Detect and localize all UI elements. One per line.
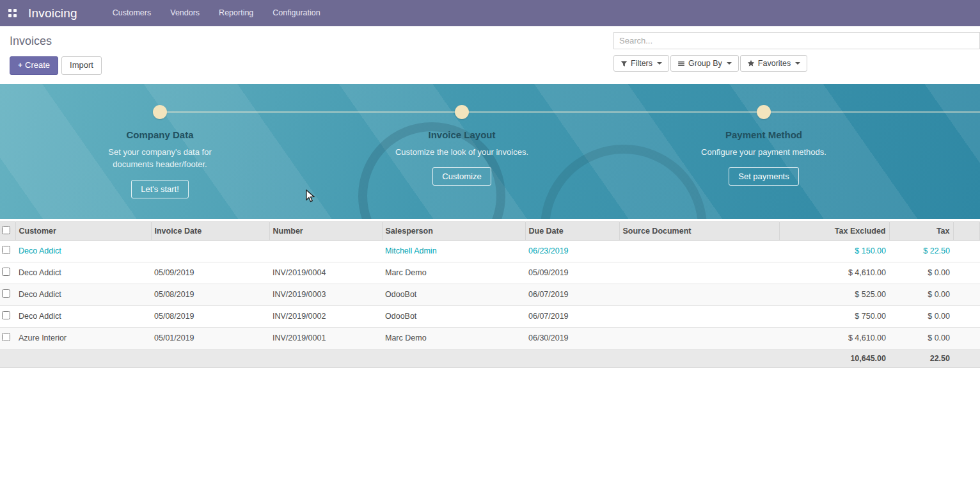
navbar-menu: Customers Vendors Reporting Configuratio… [103, 0, 330, 26]
onboarding-step-invoice-layout: Invoice Layout Customize the look of you… [353, 105, 571, 186]
step-description: Set your company's data for documents he… [90, 146, 230, 171]
row-checkbox[interactable] [2, 289, 10, 298]
cell-source-document [619, 284, 779, 305]
step-dot-icon [455, 105, 469, 119]
cell-tax: $ 22.50 [889, 240, 953, 262]
table-totals-row: 10,645.00 22.50 [0, 349, 980, 367]
cell-customer: Deco Addict [15, 240, 151, 262]
search-input[interactable] [613, 32, 980, 49]
total-tax: 22.50 [889, 349, 953, 367]
star-icon [747, 60, 755, 67]
step-description: Configure your payment methods. [701, 146, 826, 159]
column-header-tax-excluded[interactable]: Tax Excluded [779, 221, 889, 240]
cell-tax-excluded: $ 750.00 [779, 305, 889, 327]
column-header-source-document[interactable]: Source Document [619, 221, 779, 240]
total-tax-excluded: 10,645.00 [779, 349, 889, 367]
cell-due-date: 06/07/2019 [525, 305, 619, 327]
table-row[interactable]: Deco Addict 05/08/2019 INV/2019/0002 Odo… [0, 305, 980, 327]
cell-tax-excluded: $ 4,610.00 [779, 262, 889, 284]
column-header-salesperson[interactable]: Salesperson [382, 221, 525, 240]
select-all-checkbox[interactable] [2, 226, 10, 234]
page-title: Invoices [10, 32, 102, 48]
column-header-customer[interactable]: Customer [15, 221, 151, 240]
apps-grid-icon [8, 9, 17, 17]
column-header-tax[interactable]: Tax [889, 221, 953, 240]
column-header-filler [953, 221, 980, 240]
menu-vendors[interactable]: Vendors [161, 0, 209, 26]
favorites-dropdown[interactable]: Favorites [740, 55, 807, 72]
chevron-down-icon [795, 62, 800, 65]
cell-number: INV/2019/0003 [269, 284, 382, 305]
step-title: Payment Method [725, 129, 802, 140]
row-checkbox[interactable] [2, 333, 10, 341]
cell-customer: Deco Addict [15, 305, 151, 327]
menu-reporting[interactable]: Reporting [209, 0, 263, 26]
group-by-dropdown[interactable]: Group By [670, 55, 739, 72]
cell-invoice-date: 05/01/2019 [151, 327, 269, 349]
cell-invoice-date: 05/08/2019 [151, 305, 269, 327]
cell-source-document [619, 240, 779, 262]
column-header-invoice-date[interactable]: Invoice Date [151, 221, 269, 240]
cell-number: INV/2019/0001 [269, 327, 382, 349]
set-payments-button[interactable]: Set payments [729, 167, 799, 186]
cell-customer: Deco Addict [15, 284, 151, 305]
cell-tax-excluded: $ 525.00 [779, 284, 889, 305]
cell-source-document [619, 327, 779, 349]
group-by-icon [677, 60, 685, 67]
step-title: Company Data [126, 129, 193, 140]
filters-dropdown[interactable]: Filters [613, 55, 669, 72]
cell-number [269, 240, 382, 262]
cell-source-document [619, 305, 779, 327]
cell-tax: $ 0.00 [889, 327, 953, 349]
cell-due-date: 06/07/2019 [525, 284, 619, 305]
table-row[interactable]: Deco Addict 05/08/2019 INV/2019/0003 Odo… [0, 284, 980, 305]
app-title: Invoicing [28, 6, 77, 20]
column-header-number[interactable]: Number [269, 221, 382, 240]
cell-tax-excluded: $ 150.00 [779, 240, 889, 262]
invoice-list-table: Customer Invoice Date Number Salesperson… [0, 221, 980, 368]
chevron-down-icon [657, 62, 662, 65]
cell-tax: $ 0.00 [889, 305, 953, 327]
cell-invoice-date: 05/09/2019 [151, 262, 269, 284]
cell-tax: $ 0.00 [889, 262, 953, 284]
table-row[interactable]: Deco Addict 05/09/2019 INV/2019/0004 Mar… [0, 262, 980, 284]
onboarding-step-payment-method: Payment Method Configure your payment me… [655, 105, 873, 186]
create-button[interactable]: +Create [10, 56, 58, 75]
cell-source-document [619, 262, 779, 284]
customize-button[interactable]: Customize [432, 167, 491, 186]
cell-customer: Azure Interior [15, 327, 151, 349]
table-row[interactable]: Deco Addict Mitchell Admin 06/23/2019 $ … [0, 240, 980, 262]
apps-menu-button[interactable] [0, 0, 24, 26]
row-checkbox[interactable] [2, 311, 10, 319]
cell-due-date: 06/30/2019 [525, 327, 619, 349]
row-checkbox[interactable] [2, 246, 10, 254]
import-button[interactable]: Import [61, 56, 102, 75]
cell-due-date: 06/23/2019 [525, 240, 619, 262]
filter-icon [620, 60, 628, 67]
table-row[interactable]: Azure Interior 05/01/2019 INV/2019/0001 … [0, 327, 980, 349]
cell-number: INV/2019/0004 [269, 262, 382, 284]
cell-tax: $ 0.00 [889, 284, 953, 305]
cell-customer: Deco Addict [15, 262, 151, 284]
menu-customers[interactable]: Customers [103, 0, 161, 26]
lets-start-button[interactable]: Let's start! [131, 180, 189, 198]
cell-due-date: 05/09/2019 [525, 262, 619, 284]
cell-tax-excluded: $ 4,610.00 [779, 327, 889, 349]
cell-invoice-date: 05/08/2019 [151, 284, 269, 305]
cell-salesperson: OdooBot [382, 305, 525, 327]
cell-salesperson: Marc Demo [382, 262, 525, 284]
onboarding-step-company-data: Company Data Set your company's data for… [51, 105, 269, 198]
step-description: Customize the look of your invoices. [395, 146, 528, 159]
cell-invoice-date [151, 240, 269, 262]
cell-number: INV/2019/0002 [269, 305, 382, 327]
step-dot-icon [757, 105, 771, 119]
menu-configuration[interactable]: Configuration [263, 0, 329, 26]
plus-icon: + [18, 61, 22, 70]
row-checkbox[interactable] [2, 268, 10, 276]
control-panel: Invoices +Create Import Filters Group By… [0, 26, 980, 83]
cell-salesperson: Mitchell Admin [382, 240, 525, 262]
step-dot-icon [153, 105, 167, 119]
top-navbar: Invoicing Customers Vendors Reporting Co… [0, 0, 980, 26]
column-header-due-date[interactable]: Due Date [525, 221, 619, 240]
cell-salesperson: Marc Demo [382, 327, 525, 349]
